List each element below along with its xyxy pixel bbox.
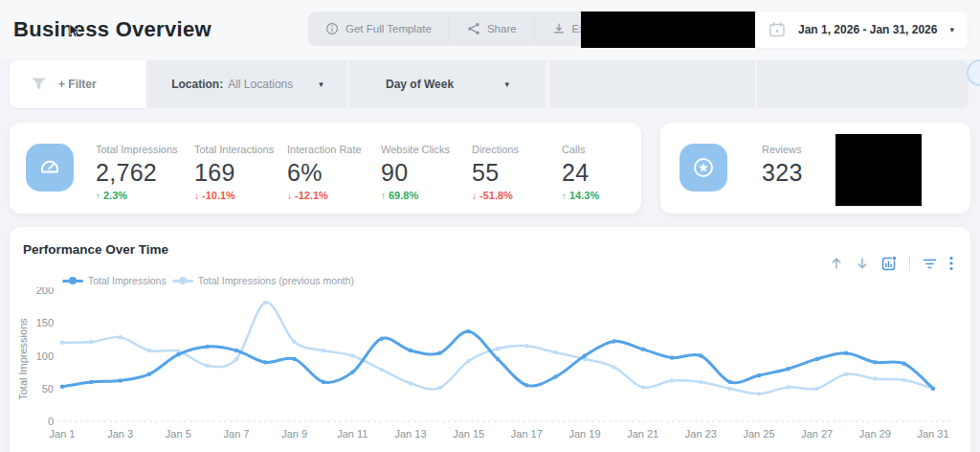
share-icon [467,22,480,35]
performance-chart-card: Performance Over Time Total Impressions … [10,227,970,452]
date-range-picker[interactable]: Jan 1, 2026 - Jan 31, 2026 ▾ [755,11,968,48]
trend-arrow-icon: ↑ [562,191,567,201]
arrow-down-icon[interactable] [856,257,869,270]
day-of-week-filter-dropdown[interactable]: Day of Week ▾ [349,60,546,108]
chart-report-icon[interactable] [881,256,897,271]
svg-text:Jan 7: Jan 7 [224,428,250,440]
legend-marker [62,280,83,282]
info-icon [325,22,339,35]
divider [909,256,910,271]
svg-text:50: 50 [42,383,54,395]
svg-text:Jan 25: Jan 25 [743,428,774,440]
kpi-summary-card: Total Impressions 2,762 ↑2.3% Total Inte… [10,123,641,214]
filter-lines-icon[interactable] [923,258,937,270]
trend-arrow-icon: ↓ [194,191,199,201]
date-range-value: Jan 1, 2026 - Jan 31, 2026 [795,23,940,36]
kpi-metric: Calls 24 ↑14.3% [562,144,599,201]
kpi-metric: Total Interactions 169 ↓-10.1% [194,144,274,201]
get-full-template-button[interactable]: Get Full Template [308,11,449,46]
svg-text:100: 100 [36,350,54,362]
svg-text:Jan 15: Jan 15 [453,428,484,440]
delta-badge: ↑2.3% [96,190,178,201]
redaction-box [581,11,755,48]
add-filter-button[interactable]: + Filter [10,60,145,108]
svg-text:Jan 23: Jan 23 [685,428,717,440]
svg-text:Jan 5: Jan 5 [166,428,191,440]
svg-text:200: 200 [36,287,54,296]
trend-arrow-icon: ↑ [381,191,386,201]
svg-text:0: 0 [48,416,54,427]
chart-toolbar [830,256,953,271]
delta-badge: ↑14.3% [562,190,599,201]
empty-filter-slot [757,60,969,108]
legend-marker [172,280,193,282]
kpi-metric: Website Clicks 90 ↑69.8% [381,144,450,201]
svg-text:Jan 31: Jan 31 [917,428,948,440]
chevron-down-icon: ▾ [949,26,954,34]
share-button[interactable]: Share [450,11,534,46]
chart-title: Performance Over Time [23,242,168,257]
svg-text:Jan 11: Jan 11 [337,428,368,440]
delta-badge: ↑69.8% [381,190,450,201]
mouse-cursor-icon [69,23,81,38]
svg-text:Jan 13: Jan 13 [394,428,426,440]
delta-badge: ↓-10.1% [194,190,274,201]
arrow-up-icon[interactable] [830,257,843,270]
gauge-icon [26,144,74,192]
trend-arrow-icon: ↓ [472,191,477,201]
chevron-down-icon: ▾ [504,80,509,89]
kpi-metric: Reviews 323 [762,144,803,187]
delta-badge: ↓-12.1% [287,190,362,201]
help-widget-button[interactable] [967,59,980,86]
svg-text:Jan 19: Jan 19 [568,428,600,440]
funnel-icon [31,77,47,92]
legend-item-previous[interactable]: Total Impressions (previous month) [172,275,354,286]
svg-text:Jan 29: Jan 29 [859,428,891,440]
redaction-box [835,134,922,206]
empty-filter-slot [549,60,755,108]
kpi-metric: Total Impressions 2,762 ↑2.3% [96,144,178,201]
chevron-down-icon: ▾ [319,80,323,89]
legend-item-current[interactable]: Total Impressions [62,275,167,286]
page-title: Business Overview [13,17,212,42]
svg-text:Total Impressions: Total Impressions [17,318,29,400]
svg-text:Jan 27: Jan 27 [801,428,833,440]
svg-text:Jan 3: Jan 3 [107,428,133,440]
kpi-metric: Interaction Rate 6% ↓-12.1% [287,144,362,201]
svg-text:Jan 1: Jan 1 [50,428,76,440]
performance-line-chart: 050100150200Total ImpressionsJan 1Jan 3J… [10,287,970,452]
kpi-metric: Directions 55 ↓-51.8% [472,144,519,201]
calendar-icon [768,21,786,38]
chart-legend: Total Impressions Total Impressions (pre… [62,275,354,286]
reviews-card: Reviews 323 [660,123,970,214]
svg-text:Jan 21: Jan 21 [627,428,658,440]
star-circle-icon [679,144,727,192]
header-action-group: Get Full Template Share Export [308,11,621,46]
download-icon [552,22,566,35]
kebab-menu-icon[interactable] [949,256,953,271]
trend-arrow-icon: ↓ [287,191,292,201]
svg-text:150: 150 [36,317,54,328]
svg-text:Jan 9: Jan 9 [281,428,307,440]
location-filter-dropdown[interactable]: Location: All Locations ▾ [147,60,347,108]
delta-badge: ↓-51.8% [472,190,519,201]
svg-text:Jan 17: Jan 17 [511,428,543,440]
trend-arrow-icon: ↑ [96,191,100,201]
